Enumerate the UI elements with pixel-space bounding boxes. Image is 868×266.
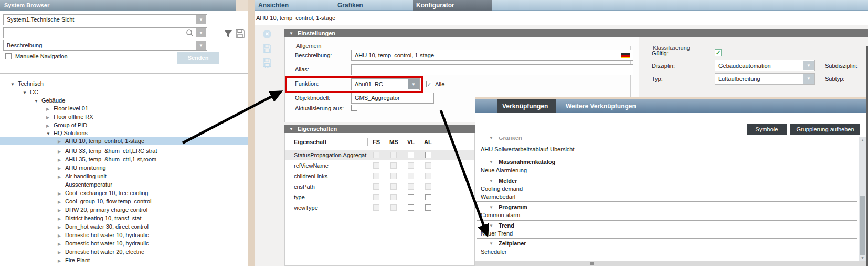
vl-checkbox[interactable] bbox=[408, 173, 414, 179]
link-group[interactable]: ▼Trend bbox=[477, 222, 859, 230]
col-al[interactable]: AL bbox=[424, 135, 432, 149]
vl-checkbox[interactable] bbox=[408, 183, 414, 190]
tree-item[interactable]: Fire Plant bbox=[0, 257, 248, 264]
collapsed-arrow-icon[interactable] bbox=[58, 156, 65, 164]
aktualisierung-checkbox[interactable] bbox=[351, 105, 357, 111]
link-item[interactable]: AHU Sollwertarbeitsablauf-Übersicht bbox=[477, 146, 859, 154]
fs-checkbox[interactable] bbox=[373, 162, 379, 169]
send-button[interactable]: Senden bbox=[177, 52, 219, 64]
save-as-icon[interactable] bbox=[263, 58, 271, 68]
link-item[interactable]: Neue Alarmierung bbox=[477, 167, 859, 175]
tree-item[interactable]: AHU 33, temp_&hum_ctrl,ERC strat bbox=[0, 147, 248, 155]
manual-navigation-checkbox[interactable] bbox=[5, 53, 12, 59]
link-item[interactable]: Cooling demand bbox=[477, 185, 859, 193]
link-item[interactable]: Neuer Trend bbox=[477, 230, 859, 238]
filter-icon[interactable] bbox=[224, 29, 233, 38]
chevron-down-icon[interactable]: ▼ bbox=[803, 61, 814, 70]
objektmodell-input[interactable]: GMS_Aggregator bbox=[351, 93, 434, 104]
collapsed-arrow-icon[interactable] bbox=[58, 172, 65, 181]
save-icon[interactable] bbox=[263, 44, 271, 53]
al-checkbox[interactable] bbox=[425, 152, 431, 158]
collapsed-arrow-icon[interactable] bbox=[58, 257, 65, 265]
expanded-arrow-icon[interactable] bbox=[23, 88, 30, 97]
tree-item[interactable]: Group of PID bbox=[0, 121, 248, 129]
tab-ansichten[interactable]: Ansichten bbox=[258, 2, 289, 9]
fs-checkbox[interactable] bbox=[373, 183, 379, 190]
tree-item[interactable]: Floor level 01 bbox=[0, 105, 248, 112]
tree-item[interactable]: DHW 20, primary charge control bbox=[0, 206, 248, 214]
link-group-clipped[interactable]: ▼Grafiken bbox=[477, 137, 859, 142]
collapsed-arrow-icon[interactable] bbox=[58, 240, 65, 248]
expanded-arrow-icon[interactable] bbox=[10, 80, 18, 88]
einstellungen-header[interactable]: ▼Einstellungen bbox=[284, 29, 868, 37]
vl-checkbox[interactable] bbox=[408, 204, 414, 211]
filter-mode-dropdown[interactable]: Beschreibung ▼ bbox=[3, 40, 207, 51]
vl-checkbox[interactable] bbox=[408, 152, 414, 158]
chevron-down-icon[interactable]: ▼ bbox=[196, 28, 206, 37]
property-row[interactable]: type bbox=[285, 192, 474, 202]
disziplin-dropdown[interactable]: Gebäudeautomation ▼ bbox=[715, 60, 815, 71]
tree-item[interactable]: Domestic hot water 10, hydraulic bbox=[0, 240, 248, 248]
expanded-arrow-icon[interactable]: ▼ bbox=[489, 177, 493, 185]
tree-item[interactable]: Technisch bbox=[0, 80, 248, 88]
system-browser-titlebar[interactable]: System Browser bbox=[0, 0, 236, 11]
col-fs[interactable]: FS bbox=[373, 135, 380, 149]
collapsed-arrow-icon[interactable] bbox=[58, 147, 65, 156]
alias-input[interactable] bbox=[351, 64, 633, 75]
collapsed-arrow-icon[interactable] bbox=[58, 137, 65, 146]
collapsed-arrow-icon[interactable] bbox=[58, 231, 65, 240]
gruppierung-aufheben-button[interactable]: Gruppierung aufheben bbox=[790, 124, 860, 135]
ms-checkbox[interactable] bbox=[390, 173, 397, 179]
section-collapse-icon[interactable]: ▼ bbox=[289, 125, 293, 134]
collapsed-arrow-icon[interactable] bbox=[46, 113, 54, 121]
search-icon[interactable] bbox=[186, 29, 194, 37]
vl-checkbox[interactable] bbox=[408, 194, 414, 200]
ms-checkbox[interactable] bbox=[390, 183, 397, 190]
scroll-up-icon[interactable]: ▲ bbox=[859, 137, 866, 144]
property-row[interactable]: StatusPropagation.Aggregat bbox=[285, 150, 474, 160]
ms-checkbox[interactable] bbox=[390, 194, 397, 200]
tree-item[interactable]: Floor offline RX bbox=[0, 113, 248, 121]
tab-grafiken[interactable]: Grafiken bbox=[337, 2, 363, 9]
link-item[interactable]: Wärmebedarf bbox=[477, 193, 859, 201]
collapsed-arrow-icon[interactable] bbox=[58, 214, 65, 223]
ms-checkbox[interactable] bbox=[390, 162, 397, 169]
beschreibung-input[interactable]: AHU 10, temp_control, 1-stage bbox=[351, 50, 633, 61]
chevron-down-icon[interactable]: ▼ bbox=[196, 41, 206, 50]
link-group[interactable]: ▼Zeitplaner bbox=[477, 240, 859, 248]
expanded-arrow-icon[interactable]: ▼ bbox=[489, 240, 493, 248]
collapsed-arrow-icon[interactable] bbox=[58, 198, 65, 206]
collapsed-arrow-icon[interactable] bbox=[58, 223, 65, 231]
bottom-scroll-handle[interactable] bbox=[590, 262, 594, 265]
search-input[interactable]: ▼ bbox=[3, 27, 207, 38]
chevron-down-icon[interactable]: ▼ bbox=[196, 15, 206, 24]
property-row[interactable]: childrenLinks bbox=[285, 171, 474, 181]
link-item[interactable]: Common alarm bbox=[477, 211, 859, 219]
alle-checkbox[interactable]: ✓ bbox=[426, 81, 432, 87]
expanded-arrow-icon[interactable]: ▼ bbox=[489, 203, 493, 211]
property-row[interactable]: refViewName bbox=[285, 160, 474, 171]
tree-item[interactable]: Aussentemperatur bbox=[0, 181, 248, 189]
expanded-arrow-icon[interactable]: ▼ bbox=[489, 222, 493, 230]
al-checkbox[interactable] bbox=[425, 204, 431, 211]
collapsed-arrow-icon[interactable] bbox=[58, 206, 65, 214]
al-checkbox[interactable] bbox=[425, 162, 431, 169]
expanded-arrow-icon[interactable] bbox=[34, 97, 41, 105]
tree-item[interactable]: Domestic hot water 10, hydraulic bbox=[0, 231, 248, 239]
fs-checkbox[interactable] bbox=[373, 194, 379, 200]
tree-item-selected[interactable]: AHU 10, temp_control, 1-stage bbox=[0, 137, 248, 145]
tree-item[interactable]: HQ Solutions bbox=[0, 129, 248, 137]
chevron-down-icon[interactable]: ▼ bbox=[803, 74, 814, 84]
link-item[interactable]: Scheduler bbox=[477, 248, 859, 256]
tree-item[interactable]: AHU monitoring bbox=[0, 164, 248, 172]
expanded-arrow-icon[interactable]: ▼ bbox=[489, 158, 493, 166]
ms-checkbox[interactable] bbox=[390, 152, 397, 158]
tree-item[interactable]: Gebäude bbox=[0, 97, 248, 105]
tree-item[interactable]: Air handling unit bbox=[0, 172, 248, 180]
section-collapse-icon[interactable]: ▼ bbox=[289, 29, 293, 38]
property-row[interactable]: cnsPath bbox=[285, 181, 474, 192]
property-row[interactable]: viewType bbox=[285, 202, 474, 213]
fs-checkbox[interactable] bbox=[373, 173, 379, 179]
popup-scrollbar[interactable]: ▲ ▼ bbox=[859, 137, 866, 261]
scrollbar-thumb[interactable] bbox=[860, 196, 865, 255]
